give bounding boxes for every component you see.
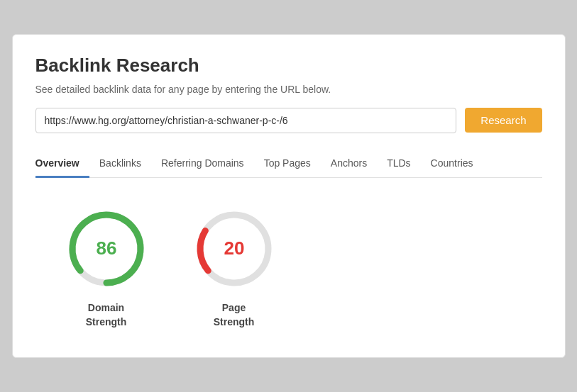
tab-countries[interactable]: Countries [421,150,483,178]
tab-tlds[interactable]: TLDs [377,150,420,178]
tab-backlinks[interactable]: Backlinks [89,150,151,178]
research-button[interactable]: Research [465,108,542,133]
domain-strength-label: Domain Strength [86,301,127,329]
gauges-row: 86 Domain Strength 20 Page Strength [35,206,542,329]
page-strength-svg: 20 [192,206,277,291]
main-card: Backlink Research See detailed backlink … [12,34,566,358]
tab-top-pages[interactable]: Top Pages [254,150,321,178]
page-title: Backlink Research [35,55,542,77]
tab-referring-domains[interactable]: Referring Domains [151,150,254,178]
page-strength-gauge: 20 Page Strength [192,206,277,329]
subtitle: See detailed backlink data for any page … [35,84,542,95]
tab-anchors[interactable]: Anchors [321,150,377,178]
tabs-container: Overview Backlinks Referring Domains Top… [35,150,542,178]
domain-strength-svg: 86 [64,206,149,291]
page-strength-label: Page Strength [214,301,255,329]
domain-strength-gauge: 86 Domain Strength [64,206,149,329]
tab-overview[interactable]: Overview [35,150,89,178]
domain-strength-value: 86 [96,237,116,259]
url-input[interactable] [35,108,457,133]
search-row: Research [35,108,542,133]
page-strength-value: 20 [224,237,244,259]
